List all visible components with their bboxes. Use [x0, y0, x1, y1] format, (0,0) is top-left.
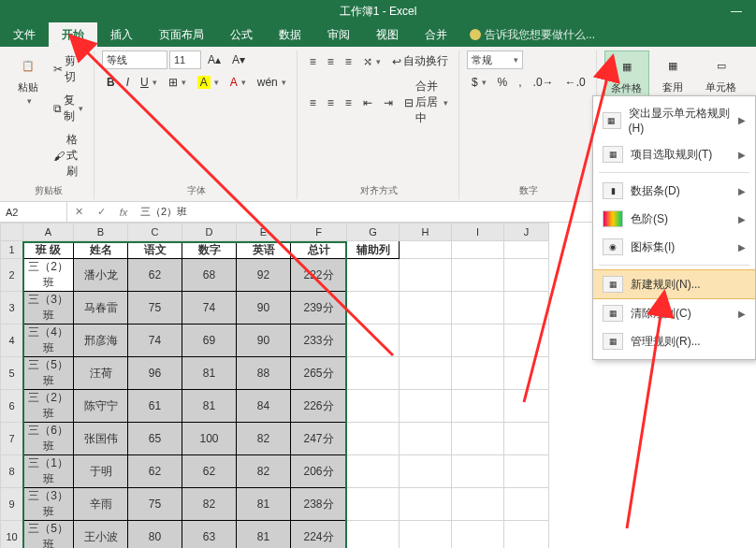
- cell[interactable]: 206分: [291, 455, 347, 488]
- cf-data-bars[interactable]: ▮数据条(D)▶: [593, 177, 755, 205]
- align-right-button[interactable]: ≡: [341, 76, 356, 129]
- cell[interactable]: 100: [182, 423, 237, 455]
- cell[interactable]: [504, 488, 549, 521]
- cell[interactable]: 92: [237, 259, 291, 292]
- cell[interactable]: 62: [128, 455, 182, 488]
- dec-decimal-button[interactable]: ←.0: [560, 73, 590, 92]
- cell[interactable]: 82: [182, 488, 237, 521]
- cell[interactable]: 80: [128, 521, 182, 549]
- phonetic-button[interactable]: wén▾: [253, 73, 291, 92]
- cell[interactable]: 62: [128, 259, 182, 292]
- cell[interactable]: [452, 324, 504, 357]
- paste-button[interactable]: 📋 粘贴 ▾: [9, 50, 47, 108]
- cell[interactable]: 239分: [291, 292, 347, 324]
- row-10[interactable]: 10: [1, 521, 23, 549]
- percent-button[interactable]: %: [493, 73, 513, 92]
- row-9[interactable]: 9: [1, 488, 23, 521]
- cell[interactable]: [504, 390, 549, 423]
- cell[interactable]: 74: [128, 324, 182, 357]
- cell[interactable]: 96: [128, 357, 182, 390]
- menu-insert[interactable]: 插入: [97, 22, 146, 47]
- align-top-button[interactable]: ≡: [305, 50, 321, 72]
- cell[interactable]: 邢彦海: [74, 324, 128, 357]
- cell[interactable]: 辅助列: [347, 241, 400, 259]
- indent-dec-button[interactable]: ⇤: [358, 76, 377, 129]
- align-center-button[interactable]: ≡: [323, 76, 339, 129]
- cell[interactable]: [452, 259, 504, 292]
- cell[interactable]: 265分: [291, 357, 347, 390]
- row-3[interactable]: 3: [1, 292, 23, 324]
- row-8[interactable]: 8: [1, 455, 23, 488]
- underline-button[interactable]: U▾: [136, 73, 162, 92]
- cf-icon-sets[interactable]: ◉图标集(I)▶: [593, 233, 755, 261]
- cell[interactable]: 90: [237, 324, 291, 357]
- cell[interactable]: 三（5）班: [23, 521, 74, 549]
- menu-merge[interactable]: 合并: [412, 22, 460, 47]
- cell[interactable]: [452, 488, 504, 521]
- font-name[interactable]: 等线: [102, 50, 167, 69]
- inc-decimal-button[interactable]: .0→: [529, 73, 559, 92]
- cf-clear-rules[interactable]: ▦清除规则(C)▶: [593, 299, 755, 327]
- cell[interactable]: 69: [182, 324, 237, 357]
- col-E[interactable]: E: [237, 224, 291, 241]
- cell[interactable]: 68: [182, 259, 237, 292]
- align-middle-button[interactable]: ≡: [323, 50, 339, 72]
- cell[interactable]: 238分: [291, 488, 347, 521]
- cf-manage-rules[interactable]: ▦管理规则(R)...: [593, 327, 755, 355]
- cell[interactable]: 三（2）班: [23, 390, 74, 423]
- cell[interactable]: 三（6）班: [23, 423, 74, 455]
- comma-button[interactable]: ,: [514, 73, 526, 92]
- align-left-button[interactable]: ≡: [305, 76, 321, 129]
- col-A[interactable]: A: [23, 224, 74, 241]
- cell[interactable]: [400, 521, 452, 549]
- menu-pagelayout[interactable]: 页面布局: [146, 22, 217, 47]
- cf-color-scales[interactable]: 色阶(S)▶: [593, 205, 755, 233]
- decrease-font-button[interactable]: A▾: [227, 50, 250, 69]
- cell[interactable]: [452, 292, 504, 324]
- row-7[interactable]: 7: [1, 423, 23, 455]
- cell[interactable]: [504, 241, 549, 259]
- orientation-button[interactable]: ⤭▾: [358, 50, 385, 72]
- menu-view[interactable]: 视图: [363, 22, 412, 47]
- cell[interactable]: 84: [237, 390, 291, 423]
- col-I[interactable]: I: [452, 224, 504, 241]
- cell[interactable]: 88: [237, 357, 291, 390]
- row-2[interactable]: 2: [1, 259, 23, 292]
- cell[interactable]: [400, 455, 452, 488]
- cell[interactable]: [400, 423, 452, 455]
- col-J[interactable]: J: [504, 224, 549, 241]
- cell[interactable]: [347, 324, 400, 357]
- cell[interactable]: [347, 488, 400, 521]
- cell[interactable]: [400, 292, 452, 324]
- cell[interactable]: 三（2）班: [23, 259, 74, 292]
- cell[interactable]: 63: [182, 521, 237, 549]
- min-button[interactable]: —: [722, 2, 750, 21]
- col-B[interactable]: B: [74, 224, 128, 241]
- cell[interactable]: [504, 259, 549, 292]
- cell[interactable]: [400, 390, 452, 423]
- cell[interactable]: 226分: [291, 390, 347, 423]
- row-6[interactable]: 6: [1, 390, 23, 423]
- cf-top-bottom-rules[interactable]: ▦项目选取规则(T)▶: [593, 140, 755, 168]
- cell[interactable]: 张国伟: [74, 423, 128, 455]
- cell[interactable]: [400, 324, 452, 357]
- cell[interactable]: [504, 423, 549, 455]
- cell[interactable]: 汪荷: [74, 357, 128, 390]
- col-D[interactable]: D: [182, 224, 237, 241]
- cell[interactable]: 233分: [291, 324, 347, 357]
- cell[interactable]: 王小波: [74, 521, 128, 549]
- cell[interactable]: [504, 292, 549, 324]
- cell[interactable]: 语文: [128, 241, 182, 259]
- enter-fx-button[interactable]: ✓: [90, 206, 112, 218]
- cell[interactable]: [400, 241, 452, 259]
- cell[interactable]: [452, 357, 504, 390]
- cut-button[interactable]: ✂ 剪切: [49, 50, 88, 88]
- cell[interactable]: [452, 423, 504, 455]
- cell[interactable]: 三（3）班: [23, 292, 74, 324]
- merge-center-button[interactable]: ⊟ 合并后居中▾: [400, 76, 453, 129]
- cell[interactable]: 辛雨: [74, 488, 128, 521]
- wrap-text-button[interactable]: ↩ 自动换行: [387, 50, 453, 72]
- row-5[interactable]: 5: [1, 357, 23, 390]
- cell[interactable]: [347, 455, 400, 488]
- cancel-fx-button[interactable]: ✕: [67, 206, 90, 218]
